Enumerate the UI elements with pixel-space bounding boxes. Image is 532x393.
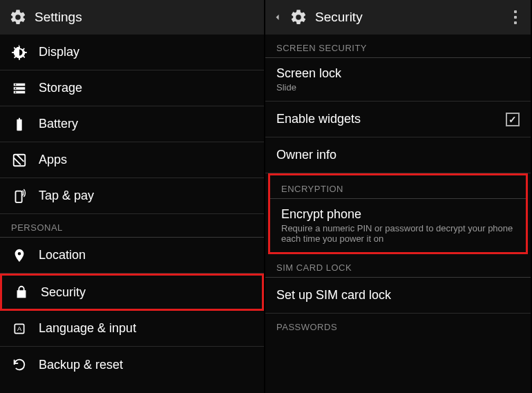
battery-icon (11, 116, 28, 133)
row-label: Apps (39, 153, 67, 167)
row-sublabel: Require a numeric PIN or password to dec… (281, 223, 515, 244)
section-header-personal: PERSONAL (0, 214, 264, 238)
page-title: Settings (35, 10, 82, 25)
gear-icon (289, 8, 308, 27)
backup-icon (11, 356, 28, 373)
security-list: SCREEN SECURITY Screen lock Slide Enable… (265, 35, 531, 336)
row-label: Encrypt phone (281, 207, 515, 222)
row-label: Language & input (39, 321, 136, 336)
settings-panel: Settings Display Storage Battery Apps (0, 0, 265, 393)
language-icon: A (11, 320, 28, 337)
row-label: Location (39, 248, 86, 262)
back-icon[interactable] (274, 11, 282, 23)
row-label: Set up SIM card lock (276, 288, 391, 303)
row-tap-pay[interactable]: Tap & pay (0, 178, 264, 214)
section-header-passwords: PASSWORDS (265, 314, 531, 336)
row-label: Screen lock (276, 66, 341, 81)
row-sim-lock[interactable]: Set up SIM card lock (265, 278, 531, 314)
row-apps[interactable]: Apps (0, 142, 264, 178)
page-title: Security (315, 10, 363, 25)
row-label: Tap & pay (39, 189, 94, 203)
storage-icon (11, 80, 28, 97)
row-label: Storage (39, 81, 82, 95)
location-icon (11, 247, 28, 264)
row-label: Owner info (276, 148, 336, 162)
row-encrypt-phone[interactable]: Encrypt phone Require a numeric PIN or p… (270, 199, 526, 252)
section-header-screen-security: SCREEN SECURITY (265, 35, 531, 58)
row-owner-info[interactable]: Owner info (265, 137, 531, 173)
row-label: Display (39, 45, 79, 59)
encryption-highlight: ENCRYPTION Encrypt phone Require a numer… (268, 173, 528, 254)
svg-rect-7 (16, 191, 22, 202)
svg-point-3 (15, 84, 17, 85)
row-battery[interactable]: Battery (0, 106, 264, 142)
apps-icon (11, 152, 28, 169)
row-screen-lock[interactable]: Screen lock Slide (265, 58, 531, 102)
security-panel: Security SCREEN SECURITY Screen lock Sli… (265, 0, 531, 393)
row-display[interactable]: Display (0, 35, 264, 70)
row-backup[interactable]: Backup & reset (0, 347, 264, 383)
action-bar: Settings (0, 0, 264, 35)
row-label: Enable widgets (276, 112, 361, 126)
row-enable-widgets[interactable]: Enable widgets (265, 102, 531, 137)
lock-icon (13, 284, 30, 300)
row-storage[interactable]: Storage (0, 70, 264, 106)
row-location[interactable]: Location (0, 238, 264, 274)
checkbox-icon[interactable] (506, 113, 520, 126)
section-header-encryption: ENCRYPTION (270, 175, 526, 199)
row-label: Backup & reset (39, 358, 123, 372)
row-label: Security (41, 285, 86, 300)
overflow-menu-icon[interactable] (509, 8, 522, 27)
svg-point-5 (15, 91, 17, 93)
action-bar: Security (265, 0, 531, 35)
row-label: Battery (39, 117, 78, 131)
settings-list: Display Storage Battery Apps Tap & pay (0, 35, 264, 383)
svg-point-4 (15, 88, 17, 89)
display-icon (11, 44, 28, 61)
row-sublabel: Slide (276, 82, 341, 93)
tap-pay-icon (11, 188, 28, 204)
row-language[interactable]: A Language & input (0, 311, 264, 347)
svg-text:A: A (17, 325, 22, 332)
section-header-sim-lock: SIM CARD LOCK (265, 254, 531, 278)
row-security[interactable]: Security (0, 274, 264, 311)
gear-icon (8, 8, 28, 27)
